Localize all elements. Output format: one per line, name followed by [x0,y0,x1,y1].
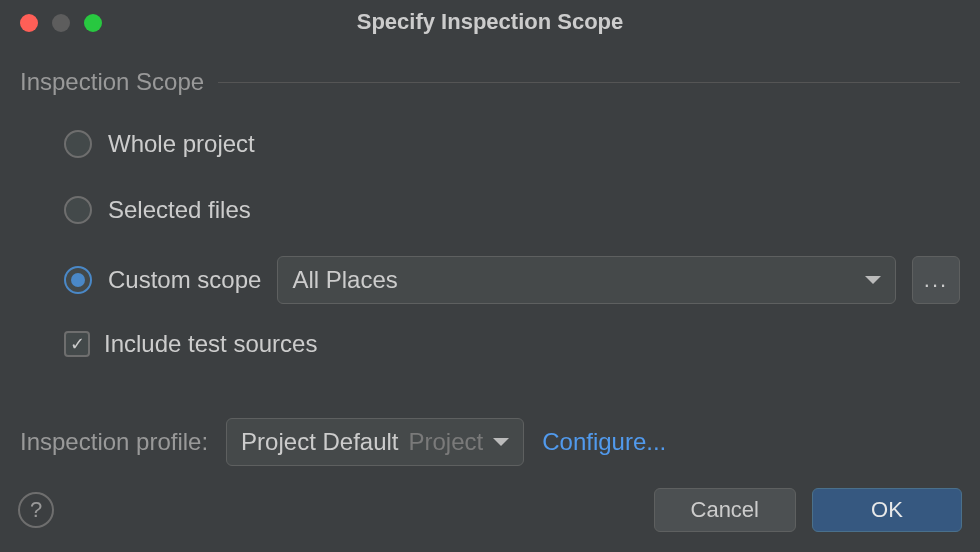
radio-label: Whole project [108,130,255,158]
custom-scope-dropdown[interactable]: All Places [277,256,896,304]
scope-options: Whole project Selected files Custom scop… [20,124,960,304]
button-bar: ? Cancel OK [0,482,980,552]
radio-selected-files[interactable]: Selected files [64,190,960,230]
cancel-label: Cancel [691,497,759,523]
zoom-window-button[interactable] [84,14,102,32]
profile-value: Project Default [241,428,398,456]
checkbox-label: Include test sources [104,330,317,358]
chevron-down-icon [865,276,881,284]
dialog-content: Inspection Scope Whole project Selected … [0,44,980,358]
dropdown-value: All Places [292,266,397,294]
profile-secondary: Project [409,428,484,456]
close-window-button[interactable] [20,14,38,32]
radio-custom-scope[interactable]: Custom scope All Places ... [64,256,960,304]
ok-label: OK [871,497,903,523]
section-divider [218,82,960,83]
browse-scope-button[interactable]: ... [912,256,960,304]
radio-icon [64,130,92,158]
radio-icon [64,196,92,224]
inspection-profile-row: Inspection profile: Project Default Proj… [0,418,980,466]
help-icon: ? [30,497,42,523]
help-button[interactable]: ? [18,492,54,528]
profile-label: Inspection profile: [20,428,208,456]
configure-link[interactable]: Configure... [542,428,666,456]
radio-label: Selected files [108,196,251,224]
chevron-down-icon [493,438,509,446]
radio-icon [64,266,92,294]
section-label: Inspection Scope [20,68,204,96]
ellipsis-icon: ... [924,267,948,293]
radio-label: Custom scope [108,266,261,294]
checkmark-icon: ✓ [70,335,85,353]
ok-button[interactable]: OK [812,488,962,532]
window-controls [20,14,102,32]
profile-dropdown[interactable]: Project Default Project [226,418,524,466]
checkbox-icon: ✓ [64,331,90,357]
cancel-button[interactable]: Cancel [654,488,796,532]
window-title: Specify Inspection Scope [0,9,980,35]
titlebar: Specify Inspection Scope [0,0,980,44]
section-header: Inspection Scope [20,68,960,96]
minimize-window-button[interactable] [52,14,70,32]
radio-whole-project[interactable]: Whole project [64,124,960,164]
include-tests-checkbox[interactable]: ✓ Include test sources [20,330,960,358]
